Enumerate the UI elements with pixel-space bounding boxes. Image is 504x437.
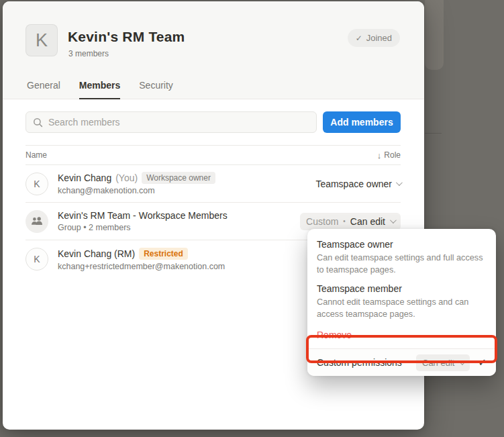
menu-item-remove[interactable]: Remove [307, 324, 496, 348]
menu-item-teamspace-member[interactable]: Teamspace member Cannot edit teamspace s… [307, 280, 496, 324]
custom-permissions-label: Custom permissions [317, 357, 409, 368]
member-avatar: K [26, 248, 48, 271]
menu-item-title: Teamspace member [317, 282, 487, 295]
group-info: Kevin's RM Team - Workspace Members Grou… [58, 210, 300, 232]
role-column-header[interactable]: ↓ Role [377, 150, 401, 160]
tab-general[interactable]: General [27, 80, 60, 99]
member-row-kevin-chang: K Kevin Chang (You) Workspace owner kcha… [26, 165, 401, 203]
name-column-header: Name [26, 150, 47, 160]
search-members-field[interactable] [48, 117, 309, 128]
role-dropdown-trigger[interactable]: Teamspace owner [315, 179, 401, 189]
chevron-down-icon [396, 179, 403, 186]
member-you-suffix: (You) [115, 173, 138, 183]
members-toolbar: Add members [26, 111, 401, 133]
role-dropdown-menu: Teamspace owner Can edit teamspace setti… [307, 229, 496, 376]
custom-role-dropdown-trigger[interactable]: Custom • Can edit [300, 213, 401, 230]
dimmed-background-panel [425, 0, 444, 70]
sort-descending-icon: ↓ [377, 150, 382, 160]
search-icon [33, 117, 43, 128]
member-info: Kevin Chang (You) Workspace owner kchang… [58, 172, 315, 195]
tab-bar: General Members Security [27, 80, 173, 99]
teamspace-avatar[interactable]: K [26, 24, 58, 56]
role-prefix: Custom [306, 216, 338, 227]
member-name: Kevin Chang (RM) [58, 248, 135, 259]
menu-item-teamspace-owner[interactable]: Teamspace owner Can edit teamspace setti… [307, 236, 496, 280]
check-icon: ✓ [356, 34, 362, 43]
menu-item-description: Cannot edit teamspace settings and can a… [317, 296, 487, 320]
menu-item-title: Teamspace owner [317, 238, 487, 251]
group-name: Kevin's RM Team - Workspace Members [58, 210, 228, 221]
can-edit-dropdown[interactable]: Can edit [416, 354, 470, 371]
role-value: Teamspace owner [315, 179, 392, 189]
role-separator-dot: • [343, 217, 346, 225]
tab-security[interactable]: Security [139, 80, 173, 99]
teamspace-title: Kevin's RM Team [68, 29, 185, 45]
role-value: Can edit [350, 216, 385, 227]
selected-check-icon: ✓ [478, 356, 487, 369]
search-members-input[interactable] [26, 111, 317, 133]
tab-members[interactable]: Members [79, 80, 120, 99]
member-email: kchang@makenotion.com [58, 186, 315, 195]
group-subtitle: Group • 2 members [58, 223, 300, 232]
member-name: Kevin Chang [58, 173, 111, 183]
chevron-down-icon [390, 217, 397, 224]
joined-badge-label: Joined [366, 33, 392, 43]
role-column-label: Role [384, 150, 401, 160]
menu-item-description: Can edit teamspace settings and full acc… [317, 252, 487, 276]
add-members-button[interactable]: Add members [323, 111, 401, 133]
workspace-owner-badge: Workspace owner [142, 172, 215, 184]
group-icon [31, 217, 43, 226]
group-avatar [26, 210, 48, 233]
restricted-badge: Restricted [139, 248, 188, 260]
chevron-down-icon [459, 358, 466, 365]
member-avatar: K [26, 173, 48, 195]
menu-item-custom-permissions[interactable]: Custom permissions Can edit ✓ [307, 348, 496, 376]
modal-header: K Kevin's RM Team 3 members ✓ Joined Gen… [3, 1, 424, 99]
joined-badge[interactable]: ✓ Joined [348, 29, 400, 47]
can-edit-value: Can edit [422, 358, 454, 368]
dimmed-background-divider [425, 133, 442, 134]
members-table-header: Name ↓ Role [26, 145, 401, 165]
teamspace-member-count: 3 members [68, 49, 109, 58]
